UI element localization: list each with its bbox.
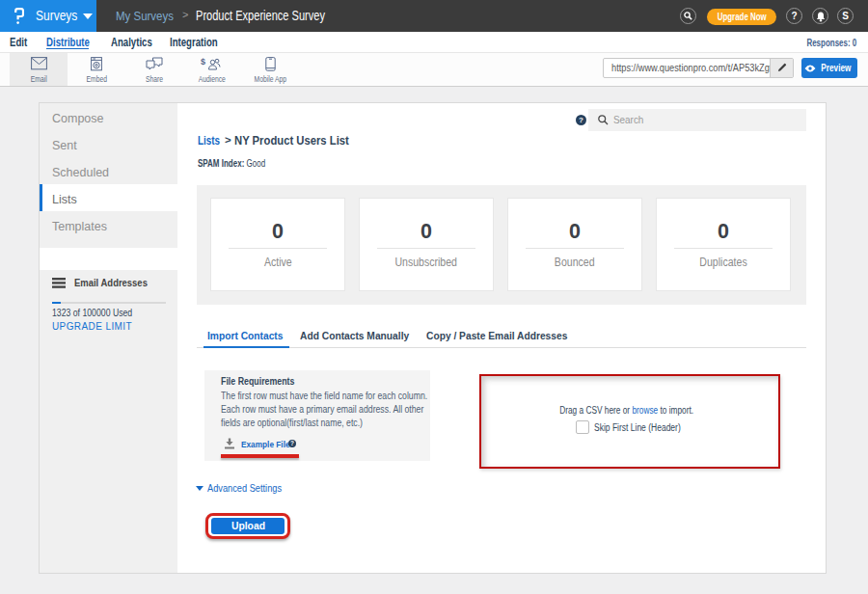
svg-text:$: $ <box>201 57 205 67</box>
